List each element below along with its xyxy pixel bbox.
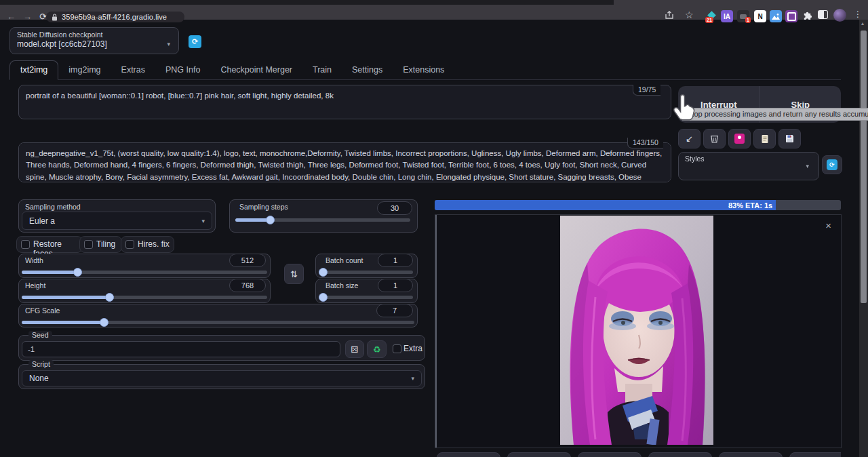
chevron-down-icon: ▾: [411, 375, 414, 382]
tab-settings[interactable]: Settings: [342, 61, 393, 79]
seed-input[interactable]: -1: [22, 341, 340, 357]
save-style-button[interactable]: [778, 129, 801, 148]
cfg-scale-slider[interactable]: [22, 321, 414, 324]
batch-count-value[interactable]: 1: [378, 254, 413, 267]
slider-handle[interactable]: [319, 293, 328, 302]
height-value[interactable]: 768: [229, 279, 266, 292]
tab-img2img[interactable]: img2img: [58, 61, 111, 79]
sidebar-toggle-icon[interactable]: [818, 10, 828, 19]
bookmark-star-icon[interactable]: ☆: [685, 9, 694, 20]
browser-back-button[interactable]: ←: [7, 11, 16, 23]
open-folder-button[interactable]: [437, 452, 500, 457]
width-block: Width 512: [18, 254, 271, 278]
hires-fix-option[interactable]: Hires. fix: [121, 236, 174, 253]
send-to-extras-button[interactable]: [789, 452, 841, 457]
sampling-method-select[interactable]: Euler a ▾: [22, 212, 212, 230]
tab-checkpoint-merger[interactable]: Checkpoint Merger: [210, 61, 302, 79]
checkpoint-dropdown[interactable]: Stable Diffusion checkpoint model.ckpt […: [9, 27, 179, 54]
progress-bar: 83% ETA: 1s: [435, 200, 841, 210]
slider-handle[interactable]: [319, 268, 328, 277]
browser-forward-button[interactable]: →: [23, 11, 32, 23]
width-slider[interactable]: [22, 271, 267, 274]
restore-faces-option[interactable]: Restore faces: [16, 236, 83, 253]
browser-profile-avatar[interactable]: [833, 9, 846, 22]
refresh-styles-button[interactable]: ⟳: [822, 155, 842, 174]
batch-size-slider[interactable]: [320, 296, 413, 299]
scrollbar-thumb[interactable]: [861, 31, 867, 303]
tab-extras[interactable]: Extras: [111, 61, 155, 79]
tab-extensions[interactable]: Extensions: [393, 61, 454, 79]
zip-button[interactable]: [578, 452, 642, 457]
extensions-puzzle-icon[interactable]: [802, 10, 812, 20]
swap-arrows-icon: ⇅: [290, 269, 298, 279]
batch-count-label: Batch count: [326, 256, 363, 264]
prompt-tool-buttons: ↙: [678, 129, 801, 148]
interrupt-tooltip: Stop processing images and return any re…: [682, 108, 868, 121]
tooltip-text: Stop processing images and return any re…: [687, 110, 868, 118]
slider-handle[interactable]: [73, 268, 82, 277]
sampling-steps-slider[interactable]: [235, 218, 410, 222]
batch-size-value[interactable]: 1: [378, 279, 413, 292]
save-button[interactable]: [507, 452, 571, 457]
mountain-glyph: [772, 13, 780, 20]
batch-size-label: Batch size: [326, 281, 358, 290]
random-seed-button[interactable]: ⚄: [345, 340, 364, 358]
sampling-steps-value[interactable]: 30: [377, 201, 412, 215]
floppy-icon: [785, 134, 794, 143]
paste-parameters-button[interactable]: ↙: [678, 129, 701, 148]
browser-address-bar[interactable]: 359e5b9a-a5ff-4216.gradio.live: [46, 12, 184, 22]
script-select[interactable]: None ▾: [22, 370, 422, 386]
width-value[interactable]: 512: [229, 254, 266, 267]
main-tab-bar: txt2img img2img Extras PNG Info Checkpoi…: [9, 61, 841, 80]
checkpoint-label: Stable Diffusion checkpoint: [17, 31, 102, 39]
apply-styles-button[interactable]: [753, 129, 776, 148]
extension-camera-icon[interactable]: 1: [737, 10, 749, 22]
negative-prompt-textarea[interactable]: ng_deepnegative_v1_75t, (worst quality, …: [18, 142, 671, 182]
tab-train[interactable]: Train: [302, 61, 342, 79]
extra-networks-icon: [734, 134, 745, 144]
reuse-seed-button[interactable]: ♻: [367, 340, 387, 358]
dice-icon: ⚄: [351, 344, 358, 355]
tiling-checkbox[interactable]: [84, 240, 93, 249]
extension-notion-icon[interactable]: N: [754, 10, 766, 22]
script-value: None: [29, 374, 49, 383]
browser-menu-icon[interactable]: ⋮: [854, 9, 862, 19]
generated-image-preview[interactable]: [560, 216, 713, 445]
extension-office-icon[interactable]: [785, 10, 797, 22]
progress-text: 83% ETA: 1s: [728, 201, 772, 210]
hires-fix-checkbox[interactable]: [125, 240, 134, 249]
negative-prompt-token-counter: 143/150: [627, 138, 663, 148]
refresh-checkpoint-button[interactable]: ⟳: [189, 35, 201, 48]
extra-networks-button[interactable]: [728, 129, 751, 148]
image-gallery: ×: [435, 214, 842, 448]
seed-extra-checkbox[interactable]: [393, 344, 401, 353]
cfg-scale-value[interactable]: 7: [376, 304, 413, 317]
extension-ia-icon[interactable]: IA: [721, 10, 733, 22]
swap-dimensions-button[interactable]: ⇅: [284, 264, 304, 284]
tiling-option[interactable]: Tiling: [79, 236, 122, 253]
extension-pin-icon[interactable]: 21: [705, 10, 717, 22]
chevron-down-icon: ▾: [201, 218, 205, 224]
tab-txt2img[interactable]: txt2img: [9, 60, 58, 80]
scrollbar-up-arrow[interactable]: ▴: [861, 20, 864, 26]
prompt-textarea[interactable]: portrait of a beautiful [woman::0.1] rob…: [18, 85, 671, 119]
height-slider[interactable]: [22, 296, 267, 299]
restore-faces-checkbox[interactable]: [21, 240, 30, 249]
slider-handle[interactable]: [266, 216, 275, 224]
tab-png-info[interactable]: PNG Info: [155, 61, 210, 79]
close-preview-icon[interactable]: ×: [825, 220, 831, 231]
clear-prompt-button[interactable]: [703, 129, 726, 148]
extension-image-icon[interactable]: [770, 10, 782, 22]
styles-dropdown[interactable]: Styles ▾: [678, 152, 819, 180]
share-icon[interactable]: [665, 11, 674, 20]
batch-count-slider[interactable]: [320, 271, 413, 274]
script-block: Script None ▾: [18, 364, 425, 389]
batch-count-block: Batch count 1: [315, 254, 418, 278]
sampling-method-block: Sampling method Euler a ▾: [18, 199, 216, 233]
sampling-steps-block: Sampling steps 30: [229, 199, 418, 233]
send-to-img2img-button[interactable]: [648, 452, 712, 457]
slider-handle[interactable]: [100, 318, 108, 327]
width-label: Width: [25, 256, 43, 264]
slider-handle[interactable]: [105, 293, 114, 302]
send-to-inpaint-button[interactable]: [719, 452, 783, 457]
